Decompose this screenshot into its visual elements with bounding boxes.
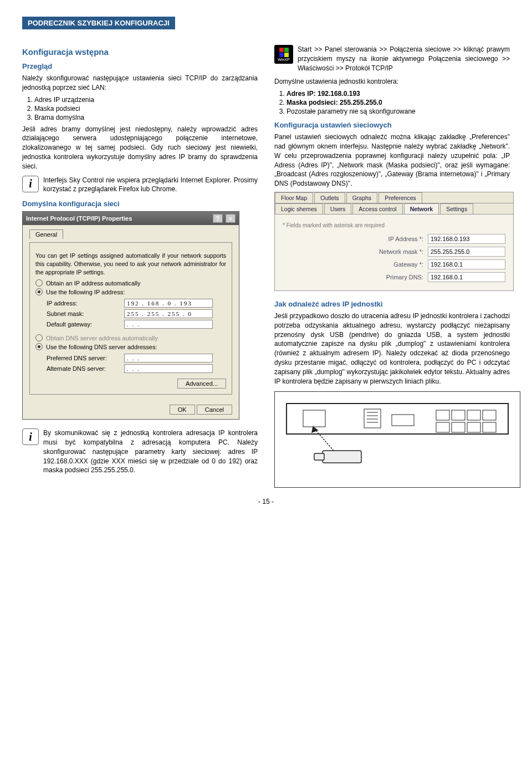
page-number: - 15 -: [22, 498, 510, 506]
tab-preferences[interactable]: Preferences: [378, 192, 422, 203]
svg-rect-17: [314, 453, 324, 460]
tab-general[interactable]: General: [29, 229, 63, 239]
svg-rect-16: [323, 451, 361, 463]
find-ip-paragraph: Jeśli przypadkowo doszło do utracenia ad…: [274, 312, 510, 386]
gateway-label: Gateway *:: [393, 261, 423, 268]
default-gateway-input[interactable]: . . .: [124, 320, 213, 329]
subnet-mask-label: Subnet mask:: [47, 310, 124, 317]
defaults-list: Adres IP: 192.168.0.193 Maska podsieci: …: [287, 90, 510, 115]
alternate-dns-label: Alternate DNS server:: [47, 365, 124, 372]
svg-rect-14: [467, 422, 480, 432]
list-item: Maska podsieci: 255.255.255.0: [287, 99, 510, 106]
tab-network[interactable]: Network: [404, 203, 439, 214]
radio-manual-ip[interactable]: Use the following IP address:: [35, 288, 226, 295]
right-column: WinXP Start >> Panel sterowania >> Połąc…: [274, 40, 510, 488]
tab-row-2: Logic shemes Users Access control Networ…: [275, 203, 513, 215]
tcpip-description: You can get IP settings assigned automat…: [35, 252, 226, 276]
dns-label: Primary DNS:: [386, 274, 423, 280]
radio-icon: [35, 288, 43, 295]
heading-przeglad: Przegląd: [22, 62, 258, 70]
info-text: Interfejs Sky Control nie wspiera przegl…: [43, 176, 258, 195]
preferred-dns-input[interactable]: . . .: [124, 354, 213, 363]
dns-input[interactable]: [428, 272, 505, 282]
heading-find-ip: Jak odnaleźć adres IP jednostki: [274, 300, 510, 308]
device-diagram: [274, 391, 520, 488]
ok-button[interactable]: OK: [170, 405, 195, 415]
radio-manual-dns[interactable]: Use the following DNS server addresses:: [35, 343, 226, 350]
tab-users[interactable]: Users: [324, 203, 351, 214]
heading-konfiguracja-sieciowa: Konfiguracja ustawień sieciowych: [274, 121, 510, 129]
ip-address-label: IP address:: [47, 300, 124, 307]
page: PODRECZNIK SZYBKIEJ KONFIGURACJI Konfigu…: [0, 0, 532, 517]
list-item: Maska podsieci: [34, 105, 258, 113]
tcpip-properties-window: Internet Protocol (TCP/IP) Properties ? …: [22, 211, 239, 420]
svg-rect-1: [303, 410, 325, 427]
heading-konfiguracja-wstepna: Konfiguracja wstępna: [22, 47, 258, 57]
tab-access-control[interactable]: Access control: [352, 203, 402, 214]
default-gateway-label: Default gateway:: [47, 321, 124, 328]
radio-label: Use the following DNS server addresses:: [46, 344, 157, 350]
svg-rect-9: [452, 410, 465, 420]
ip-input[interactable]: [428, 234, 505, 244]
svg-rect-8: [436, 410, 449, 420]
network-settings-paragraph: Panel ustawień sieciowych odnaleźć można…: [274, 132, 510, 188]
winxp-instructions: WinXP Start >> Panel sterowania >> Połąc…: [274, 45, 510, 73]
help-icon[interactable]: ?: [213, 214, 223, 223]
svg-rect-2: [364, 409, 381, 428]
window-title: Internet Protocol (TCP/IP) Properties: [26, 215, 132, 222]
svg-rect-10: [467, 410, 480, 420]
info-icon: i: [22, 428, 39, 445]
tab-outlets[interactable]: Outlets: [314, 192, 345, 203]
radio-label: Obtain DNS server address automatically: [46, 335, 158, 341]
list-item: Pozostałe parametry nie są skonfigurowan…: [287, 108, 510, 115]
document-header: PODRECZNIK SZYBKIEJ KONFIGURACJI: [22, 17, 175, 29]
tab-floor-map[interactable]: Floor Map: [275, 192, 313, 203]
winxp-icon: WinXP: [274, 45, 293, 64]
gateway-input[interactable]: [428, 259, 505, 269]
list-item: Adres IP urządzenia: [34, 96, 258, 104]
info-note-browser: i Interfejs Sky Control nie wspiera prze…: [22, 176, 258, 195]
winxp-text: Start >> Panel sterowania >> Połączenia …: [298, 45, 510, 73]
alternate-dns-input[interactable]: . . .: [124, 364, 213, 373]
list-item: Brama domyślna: [34, 114, 258, 121]
svg-rect-12: [436, 422, 449, 432]
radio-label: Obtain an IP address automatically: [46, 280, 140, 287]
cancel-button[interactable]: Cancel: [197, 405, 232, 415]
mask-label: Network mask *:: [379, 248, 423, 255]
tab-panel: You can get IP settings assigned automat…: [29, 242, 232, 395]
defaults-heading: Domyślne ustawienia jednostki kontrolera…: [274, 77, 510, 86]
advanced-button[interactable]: Advanced...: [177, 379, 226, 389]
svg-rect-13: [452, 422, 465, 432]
intro-text: Należy skonfigurować następujące ustawie…: [22, 74, 258, 93]
radio-icon: [35, 343, 43, 350]
ip-label: IP Address *:: [388, 236, 423, 242]
ip-address-input[interactable]: 192 . 168 . 0 . 193: [124, 299, 213, 308]
tab-graphs[interactable]: Graphs: [346, 192, 377, 203]
required-note: * Fields marked with asterisk are requir…: [283, 222, 505, 228]
close-icon[interactable]: ×: [226, 214, 236, 223]
preferred-dns-label: Preferred DNS server:: [47, 355, 124, 361]
tab-logic-schemes[interactable]: Logic shemes: [275, 203, 323, 214]
mask-input[interactable]: [428, 247, 505, 257]
winxp-label: WinXP: [278, 58, 289, 62]
radio-icon: [35, 279, 43, 287]
radio-icon: [35, 334, 43, 341]
info-icon: i: [22, 176, 39, 192]
radio-auto-dns[interactable]: Obtain DNS server address automatically: [35, 334, 226, 341]
window-titlebar: Internet Protocol (TCP/IP) Properties ? …: [23, 212, 239, 225]
radio-auto-ip[interactable]: Obtain an IP address automatically: [35, 279, 226, 287]
tab-settings[interactable]: Settings: [440, 203, 473, 214]
settings-list: Adres IP urządzenia Maska podsieci Brama…: [34, 96, 258, 121]
svg-rect-15: [483, 422, 496, 432]
info-note-ip: i By skomunikować się z jednostką kontro…: [22, 428, 258, 475]
heading-domyslna-konfiguracja: Domyślna konfiguracja sieci: [22, 200, 258, 208]
list-item: Adres IP: 192.168.0.193: [287, 90, 510, 98]
preferences-panel: Floor Map Outlets Graphs Preferences Log…: [274, 192, 514, 291]
subnet-mask-input[interactable]: 255 . 255 . 255 . 0: [124, 309, 213, 318]
left-column: Konfiguracja wstępna Przegląd Należy sko…: [22, 40, 258, 488]
two-column-layout: Konfiguracja wstępna Przegląd Należy sko…: [22, 40, 510, 488]
svg-rect-7: [392, 415, 414, 426]
gateway-paragraph: Jeśli adres bramy domyślnej jest niedost…: [22, 125, 258, 171]
radio-label: Use the following IP address:: [46, 289, 125, 295]
info-text: By skomunikować się z jednostką kontrole…: [43, 428, 258, 475]
